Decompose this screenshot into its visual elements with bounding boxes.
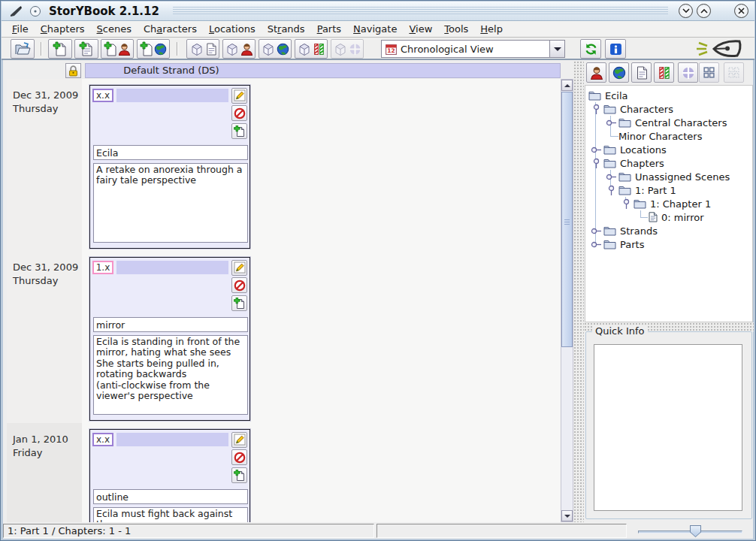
timeline-rows: Dec 31, 2009Thursday x.x Dec 31, 2009Thu… <box>7 79 561 522</box>
tree-node-label: Characters <box>620 104 673 115</box>
weekday-label: Friday <box>13 446 82 460</box>
new-location-button[interactable] <box>137 39 170 59</box>
show-locations-button[interactable] <box>609 62 629 83</box>
scroll-up-button[interactable] <box>561 80 573 91</box>
unshade-button[interactable] <box>697 4 711 18</box>
scene-description-textarea[interactable] <box>93 163 248 243</box>
tree-handle[interactable] <box>590 158 602 169</box>
delete-scene-button[interactable] <box>231 277 247 293</box>
new-chapter-button[interactable] <box>48 39 72 59</box>
scene-number-chip: x.x <box>92 89 113 102</box>
tree-handle[interactable] <box>605 119 617 127</box>
info-button[interactable] <box>605 39 626 59</box>
scene-title-input[interactable] <box>93 317 248 332</box>
menu-navigate[interactable]: Navigate <box>347 22 403 36</box>
new-character-button[interactable] <box>101 39 134 59</box>
show-parts-button[interactable] <box>678 62 698 83</box>
scene-title-input[interactable] <box>93 489 248 504</box>
show-strands-button[interactable] <box>654 62 674 83</box>
new-scene-button[interactable] <box>74 39 98 59</box>
menu-characters[interactable]: Characters <box>138 22 203 36</box>
folder-icon <box>603 239 616 249</box>
date-cell: Dec 31, 2009Thursday <box>7 251 82 423</box>
quick-info-content <box>594 344 742 511</box>
menu-parts[interactable]: Parts <box>311 22 347 36</box>
tree-handle[interactable] <box>620 198 632 210</box>
edit-scene-button[interactable] <box>231 88 247 104</box>
tree-handle[interactable] <box>590 227 602 235</box>
menu-locations[interactable]: Locations <box>203 22 262 36</box>
manage-characters-button[interactable] <box>222 39 256 59</box>
tree-node-parts[interactable]: Parts <box>585 237 752 251</box>
menu-strands[interactable]: Strands <box>262 22 311 36</box>
tree-node-locations[interactable]: Locations <box>585 143 752 156</box>
delete-scene-button[interactable] <box>231 105 247 121</box>
info-icon <box>609 43 622 56</box>
grid-view-disabled-button[interactable] <box>724 62 744 83</box>
tree-node-unassigned-scenes[interactable]: Unassigned Scenes <box>585 170 752 183</box>
tree-handle[interactable] <box>590 240 602 249</box>
tree-node-ecila[interactable]: Ecila <box>585 89 752 102</box>
tree-handle[interactable] <box>605 173 617 181</box>
close-button[interactable] <box>734 4 748 18</box>
scroll-down-button[interactable] <box>561 510 573 521</box>
tree-node-strands[interactable]: Strands <box>585 224 752 237</box>
manage-scenes-button[interactable] <box>186 39 219 59</box>
manage-locations-button[interactable] <box>259 39 292 59</box>
main-vertical-scrollbar[interactable] <box>561 79 573 522</box>
tree-node-characters[interactable]: Characters <box>585 102 752 116</box>
edit-scene-button[interactable] <box>231 432 247 448</box>
scene-description-textarea[interactable] <box>93 335 248 415</box>
refresh-button[interactable] <box>580 39 601 59</box>
menu-chapters[interactable]: Chapters <box>35 22 91 36</box>
tree-handle[interactable] <box>590 104 602 115</box>
grid-view-button[interactable] <box>699 62 719 83</box>
scroll-thumb[interactable] <box>561 92 573 347</box>
tree-handle[interactable] <box>605 185 617 196</box>
scene-number-chip: x.x <box>92 433 113 446</box>
menu-tools[interactable]: Tools <box>438 22 474 36</box>
tree-node-label: Strands <box>620 225 658 237</box>
collapse-handle-icon <box>592 104 600 115</box>
show-characters-button[interactable] <box>586 62 606 83</box>
title-bar: StorYBook 2.1.12 <box>2 2 754 21</box>
edit-scene-button[interactable] <box>231 260 247 276</box>
refresh-icon <box>585 43 597 56</box>
system-menu-icon[interactable] <box>29 5 41 17</box>
storybook-logo-pen-nib-icon <box>694 38 748 59</box>
tree-node-label: Unassigned Scenes <box>635 171 730 183</box>
document-icon <box>649 212 658 222</box>
view-selector[interactable]: 12 Chronological View <box>381 40 565 58</box>
shade-button[interactable] <box>679 4 693 18</box>
tree-node-central-characters[interactable]: Central Characters <box>585 116 752 129</box>
date-label: Jan 1, 2010 <box>13 433 82 446</box>
tree-handle[interactable] <box>590 146 602 154</box>
tree-node-minor-characters[interactable]: Minor Characters <box>585 129 752 143</box>
open-file-button[interactable] <box>11 39 35 59</box>
add-scene-button[interactable] <box>231 467 247 483</box>
scene-description-textarea[interactable] <box>93 507 248 522</box>
manage-strands-button[interactable] <box>295 39 328 59</box>
scene-title-input[interactable] <box>93 145 248 160</box>
combo-arrow-button[interactable] <box>549 41 564 57</box>
strand-header[interactable]: Default Strand (DS) <box>85 63 561 78</box>
manage-parts-button[interactable] <box>331 39 364 59</box>
add-scene-button[interactable] <box>231 295 247 311</box>
menu-scenes[interactable]: Scenes <box>91 22 138 36</box>
add-scene-button[interactable] <box>231 123 247 139</box>
show-scenes-button[interactable] <box>631 62 652 83</box>
zoom-slider-thumb[interactable] <box>690 525 701 537</box>
tree-node-label: 1: Part 1 <box>635 185 676 196</box>
menu-view[interactable]: View <box>403 22 438 36</box>
folder-icon <box>634 198 646 209</box>
split-pane-divider-vertical[interactable] <box>573 61 584 522</box>
tree-node-0-mirror[interactable]: 0: mirror <box>585 210 752 224</box>
tree-node-chapters[interactable]: Chapters <box>585 156 752 170</box>
menu-help[interactable]: Help <box>474 22 509 36</box>
lock-button[interactable] <box>65 63 81 78</box>
menu-file[interactable]: File <box>6 22 35 36</box>
delete-scene-button[interactable] <box>231 449 247 465</box>
titlebar-stripes <box>173 7 668 15</box>
tree-node-1-chapter-1[interactable]: 1: Chapter 1 <box>585 197 752 210</box>
tree-node-1-part-1[interactable]: 1: Part 1 <box>585 183 752 197</box>
